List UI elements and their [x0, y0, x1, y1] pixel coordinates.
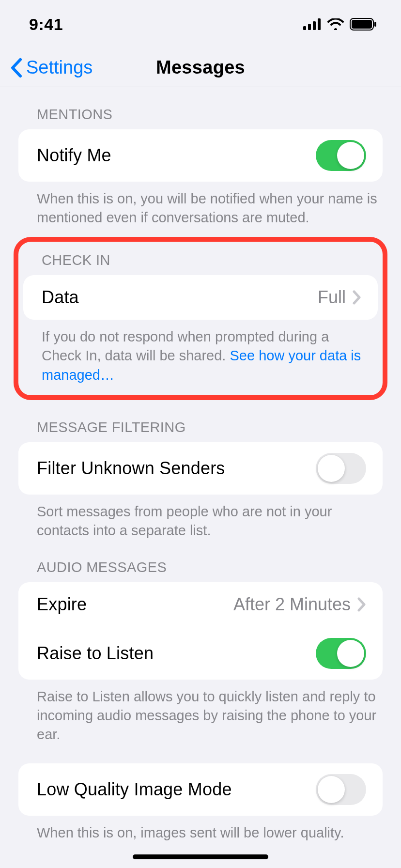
- mentions-footer: When this is on, you will be notified wh…: [0, 182, 401, 227]
- low-quality-footer: When this is on, images sent will be low…: [0, 816, 401, 842]
- svg-rect-2: [313, 21, 316, 30]
- checkin-data-row[interactable]: Data Full: [23, 275, 378, 320]
- svg-rect-0: [303, 26, 306, 30]
- filter-unknown-row[interactable]: Filter Unknown Senders: [18, 442, 383, 495]
- filter-unknown-toggle[interactable]: [316, 453, 366, 484]
- audio-footer: Raise to Listen allows you to quickly li…: [0, 680, 401, 744]
- checkin-data-label: Data: [42, 287, 79, 308]
- content: MENTIONS Notify Me When this is on, you …: [0, 87, 401, 868]
- low-quality-row[interactable]: Low Quality Image Mode: [18, 763, 383, 816]
- cell-group-checkin: Data Full: [23, 275, 378, 320]
- expire-label: Expire: [37, 594, 87, 615]
- cell-group-filtering: Filter Unknown Senders: [18, 442, 383, 495]
- checkin-data-value: Full: [318, 287, 346, 308]
- chevron-right-icon: [353, 290, 361, 305]
- checkin-highlight: CHECK IN Data Full If you do not respond…: [14, 237, 387, 400]
- back-label: Settings: [26, 57, 93, 78]
- svg-rect-5: [352, 20, 372, 29]
- chevron-right-icon: [357, 597, 366, 612]
- svg-rect-3: [318, 18, 321, 30]
- section-header-checkin: CHECK IN: [18, 243, 383, 275]
- battery-icon: [350, 18, 377, 31]
- notify-me-row[interactable]: Notify Me: [18, 129, 383, 182]
- chevron-left-icon: [10, 58, 23, 78]
- signal-icon: [303, 18, 322, 30]
- checkin-footer: If you do not respond when prompted duri…: [18, 320, 383, 384]
- status-indicators: [303, 18, 377, 31]
- expire-value: After 2 Minutes: [233, 594, 351, 615]
- raise-toggle[interactable]: [316, 638, 366, 669]
- low-quality-label: Low Quality Image Mode: [37, 779, 232, 800]
- svg-rect-6: [374, 22, 376, 27]
- filtering-footer: Sort messages from people who are not in…: [0, 495, 401, 540]
- cell-group-mentions: Notify Me: [18, 129, 383, 182]
- home-indicator[interactable]: [133, 854, 268, 859]
- filter-unknown-label: Filter Unknown Senders: [37, 458, 225, 479]
- back-button[interactable]: Settings: [10, 57, 93, 78]
- svg-rect-1: [308, 24, 311, 30]
- status-time: 9:41: [29, 15, 63, 34]
- nav-header: Settings Messages: [0, 48, 401, 87]
- raise-label: Raise to Listen: [37, 643, 154, 664]
- low-quality-toggle[interactable]: [316, 774, 366, 805]
- nav-title: Messages: [156, 57, 245, 78]
- cell-group-audio: Expire After 2 Minutes Raise to Listen: [18, 582, 383, 680]
- notify-me-toggle[interactable]: [316, 140, 366, 171]
- expire-row[interactable]: Expire After 2 Minutes: [18, 582, 383, 627]
- raise-to-listen-row[interactable]: Raise to Listen: [37, 627, 383, 680]
- section-header-filtering: MESSAGE FILTERING: [0, 400, 401, 442]
- notify-me-label: Notify Me: [37, 145, 111, 166]
- wifi-icon: [327, 18, 344, 30]
- section-header-audio: AUDIO MESSAGES: [0, 540, 401, 582]
- cell-group-lowquality: Low Quality Image Mode: [18, 763, 383, 816]
- section-header-mentions: MENTIONS: [0, 87, 401, 129]
- status-bar: 9:41: [0, 0, 401, 48]
